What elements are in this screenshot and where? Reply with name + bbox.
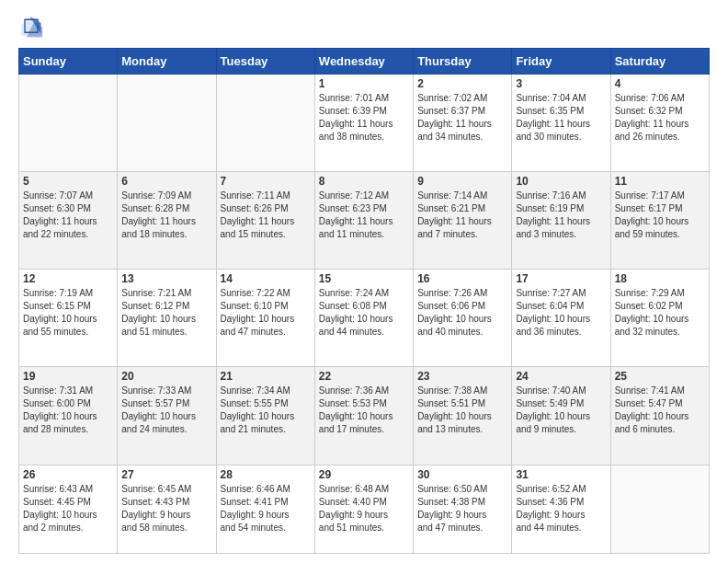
day-number: 11	[615, 175, 705, 188]
day-info: Sunrise: 6:52 AM Sunset: 4:36 PM Dayligh…	[516, 483, 606, 534]
day-info: Sunrise: 7:21 AM Sunset: 6:12 PM Dayligh…	[121, 287, 211, 339]
day-info: Sunrise: 7:26 AM Sunset: 6:06 PM Dayligh…	[417, 287, 507, 339]
calendar-week-2: 5Sunrise: 7:07 AM Sunset: 6:30 PM Daylig…	[19, 172, 710, 270]
calendar-header-friday: Friday	[512, 49, 610, 75]
day-info: Sunrise: 7:02 AM Sunset: 6:37 PM Dayligh…	[417, 92, 507, 144]
logo	[18, 15, 48, 40]
day-number: 29	[319, 468, 409, 481]
calendar-header-tuesday: Tuesday	[216, 49, 314, 75]
day-info: Sunrise: 7:36 AM Sunset: 5:53 PM Dayligh…	[319, 385, 409, 436]
day-info: Sunrise: 7:22 AM Sunset: 6:10 PM Dayligh…	[221, 287, 311, 339]
day-info: Sunrise: 7:19 AM Sunset: 6:15 PM Dayligh…	[23, 287, 113, 339]
day-info: Sunrise: 6:45 AM Sunset: 4:43 PM Dayligh…	[121, 483, 211, 534]
day-number: 18	[615, 272, 705, 285]
calendar-cell: 1Sunrise: 7:01 AM Sunset: 6:39 PM Daylig…	[314, 75, 413, 172]
day-info: Sunrise: 7:11 AM Sunset: 6:26 PM Dayligh…	[221, 190, 311, 241]
calendar-cell: 19Sunrise: 7:31 AM Sunset: 6:00 PM Dayli…	[19, 367, 118, 465]
day-info: Sunrise: 6:43 AM Sunset: 4:45 PM Dayligh…	[23, 483, 113, 534]
day-info: Sunrise: 7:14 AM Sunset: 6:21 PM Dayligh…	[417, 190, 507, 241]
day-info: Sunrise: 7:38 AM Sunset: 5:51 PM Dayligh…	[417, 385, 507, 436]
calendar-header-monday: Monday	[118, 49, 216, 75]
calendar-week-5: 26Sunrise: 6:43 AM Sunset: 4:45 PM Dayli…	[19, 465, 710, 554]
day-number: 24	[516, 370, 606, 383]
day-info: Sunrise: 7:17 AM Sunset: 6:17 PM Dayligh…	[615, 190, 705, 241]
day-info: Sunrise: 6:48 AM Sunset: 4:40 PM Dayligh…	[319, 483, 409, 534]
day-info: Sunrise: 7:33 AM Sunset: 5:57 PM Dayligh…	[121, 385, 211, 436]
day-info: Sunrise: 7:31 AM Sunset: 6:00 PM Dayligh…	[23, 385, 113, 436]
calendar-cell: 28Sunrise: 6:46 AM Sunset: 4:41 PM Dayli…	[216, 465, 314, 554]
day-info: Sunrise: 7:34 AM Sunset: 5:55 PM Dayligh…	[221, 385, 311, 436]
calendar-header-wednesday: Wednesday	[314, 49, 413, 75]
calendar-cell: 14Sunrise: 7:22 AM Sunset: 6:10 PM Dayli…	[216, 270, 314, 367]
calendar-cell	[610, 465, 709, 554]
day-info: Sunrise: 6:50 AM Sunset: 4:38 PM Dayligh…	[417, 483, 507, 534]
calendar-cell: 30Sunrise: 6:50 AM Sunset: 4:38 PM Dayli…	[414, 465, 512, 554]
calendar-cell: 7Sunrise: 7:11 AM Sunset: 6:26 PM Daylig…	[216, 172, 314, 270]
calendar-page: SundayMondayTuesdayWednesdayThursdayFrid…	[0, 0, 728, 563]
day-info: Sunrise: 7:24 AM Sunset: 6:08 PM Dayligh…	[319, 287, 409, 339]
calendar-cell: 8Sunrise: 7:12 AM Sunset: 6:23 PM Daylig…	[314, 172, 413, 270]
day-number: 5	[23, 175, 113, 188]
day-number: 21	[221, 370, 311, 383]
calendar-cell: 31Sunrise: 6:52 AM Sunset: 4:36 PM Dayli…	[512, 465, 610, 554]
calendar-table: SundayMondayTuesdayWednesdayThursdayFrid…	[18, 48, 710, 554]
calendar-cell: 11Sunrise: 7:17 AM Sunset: 6:17 PM Dayli…	[610, 172, 709, 270]
day-info: Sunrise: 7:04 AM Sunset: 6:35 PM Dayligh…	[516, 92, 606, 144]
calendar-cell: 29Sunrise: 6:48 AM Sunset: 4:40 PM Dayli…	[314, 465, 413, 554]
day-number: 14	[221, 272, 311, 285]
day-info: Sunrise: 7:29 AM Sunset: 6:02 PM Dayligh…	[615, 287, 705, 339]
logo-icon	[18, 15, 44, 40]
calendar-cell: 16Sunrise: 7:26 AM Sunset: 6:06 PM Dayli…	[414, 270, 512, 367]
calendar-cell: 27Sunrise: 6:45 AM Sunset: 4:43 PM Dayli…	[118, 465, 216, 554]
day-number: 27	[121, 468, 211, 481]
day-number: 25	[615, 370, 705, 383]
day-number: 22	[319, 370, 409, 383]
day-number: 12	[23, 272, 113, 285]
calendar-cell: 4Sunrise: 7:06 AM Sunset: 6:32 PM Daylig…	[610, 75, 709, 172]
calendar-header-thursday: Thursday	[414, 49, 512, 75]
calendar-cell: 10Sunrise: 7:16 AM Sunset: 6:19 PM Dayli…	[512, 172, 610, 270]
day-info: Sunrise: 7:40 AM Sunset: 5:49 PM Dayligh…	[516, 385, 606, 436]
day-number: 1	[319, 77, 409, 90]
calendar-cell: 21Sunrise: 7:34 AM Sunset: 5:55 PM Dayli…	[216, 367, 314, 465]
calendar-cell: 20Sunrise: 7:33 AM Sunset: 5:57 PM Dayli…	[118, 367, 216, 465]
day-number: 16	[417, 272, 507, 285]
day-number: 6	[121, 175, 211, 188]
calendar-cell	[118, 75, 216, 172]
day-number: 30	[417, 468, 507, 481]
calendar-cell: 22Sunrise: 7:36 AM Sunset: 5:53 PM Dayli…	[314, 367, 413, 465]
day-number: 20	[121, 370, 211, 383]
calendar-cell: 9Sunrise: 7:14 AM Sunset: 6:21 PM Daylig…	[414, 172, 512, 270]
day-info: Sunrise: 7:27 AM Sunset: 6:04 PM Dayligh…	[516, 287, 606, 339]
day-info: Sunrise: 7:07 AM Sunset: 6:30 PM Dayligh…	[23, 190, 113, 241]
day-info: Sunrise: 7:06 AM Sunset: 6:32 PM Dayligh…	[615, 92, 705, 144]
calendar-cell: 2Sunrise: 7:02 AM Sunset: 6:37 PM Daylig…	[414, 75, 512, 172]
calendar-week-3: 12Sunrise: 7:19 AM Sunset: 6:15 PM Dayli…	[19, 270, 710, 367]
day-number: 26	[23, 468, 113, 481]
calendar-cell: 26Sunrise: 6:43 AM Sunset: 4:45 PM Dayli…	[19, 465, 118, 554]
day-info: Sunrise: 7:01 AM Sunset: 6:39 PM Dayligh…	[319, 92, 409, 144]
calendar-cell: 18Sunrise: 7:29 AM Sunset: 6:02 PM Dayli…	[610, 270, 709, 367]
calendar-cell: 25Sunrise: 7:41 AM Sunset: 5:47 PM Dayli…	[610, 367, 709, 465]
day-number: 8	[319, 175, 409, 188]
day-number: 23	[417, 370, 507, 383]
day-number: 2	[417, 77, 507, 90]
day-number: 28	[221, 468, 311, 481]
calendar-cell: 24Sunrise: 7:40 AM Sunset: 5:49 PM Dayli…	[512, 367, 610, 465]
header	[18, 15, 710, 40]
calendar-cell: 3Sunrise: 7:04 AM Sunset: 6:35 PM Daylig…	[512, 75, 610, 172]
day-number: 19	[23, 370, 113, 383]
calendar-cell: 15Sunrise: 7:24 AM Sunset: 6:08 PM Dayli…	[314, 270, 413, 367]
calendar-cell	[216, 75, 314, 172]
calendar-week-4: 19Sunrise: 7:31 AM Sunset: 6:00 PM Dayli…	[19, 367, 710, 465]
calendar-cell	[19, 75, 118, 172]
day-number: 10	[516, 175, 606, 188]
calendar-header-saturday: Saturday	[610, 49, 709, 75]
calendar-header-row: SundayMondayTuesdayWednesdayThursdayFrid…	[19, 49, 710, 75]
day-number: 17	[516, 272, 606, 285]
day-number: 13	[121, 272, 211, 285]
calendar-cell: 5Sunrise: 7:07 AM Sunset: 6:30 PM Daylig…	[19, 172, 118, 270]
calendar-cell: 17Sunrise: 7:27 AM Sunset: 6:04 PM Dayli…	[512, 270, 610, 367]
calendar-cell: 13Sunrise: 7:21 AM Sunset: 6:12 PM Dayli…	[118, 270, 216, 367]
calendar-cell: 6Sunrise: 7:09 AM Sunset: 6:28 PM Daylig…	[118, 172, 216, 270]
